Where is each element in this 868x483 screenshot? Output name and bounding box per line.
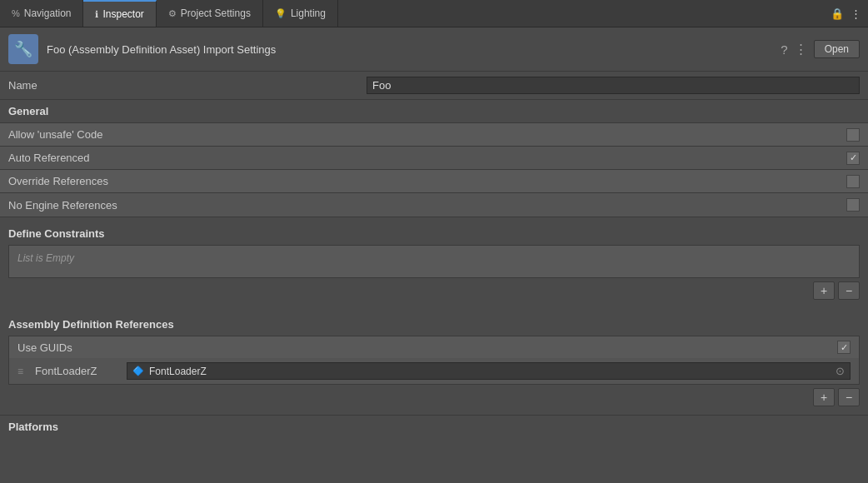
general-properties: Allow 'unsafe' Code Auto Referenced ✓ Ov… xyxy=(0,122,868,217)
auto-referenced-checkbox[interactable]: ✓ xyxy=(846,152,860,165)
reference-row-fontloaderz: ≡ FontLoaderZ 🔷 FontLoaderZ ⊙ xyxy=(8,358,860,385)
inspector-header-left: 🔧 Foo (Assembly Definition Asset) Import… xyxy=(8,34,276,64)
name-label: Name xyxy=(8,79,367,92)
project-settings-icon: ⚙ xyxy=(168,8,177,19)
no-engine-refs-label: No Engine References xyxy=(8,199,846,212)
inspector-panel: 🔧 Foo (Assembly Definition Asset) Import… xyxy=(0,27,868,483)
auto-referenced-label: Auto Referenced xyxy=(8,152,846,164)
name-row: Name xyxy=(0,72,868,100)
tab-project-settings-label: Project Settings xyxy=(181,7,251,19)
navigation-icon: % xyxy=(12,8,20,18)
tab-navigation-label: Navigation xyxy=(24,7,72,19)
inspector-content: Name General Allow 'unsafe' Code Auto Re… xyxy=(0,72,868,438)
help-icon[interactable]: ? xyxy=(781,42,787,57)
tab-lighting[interactable]: 💡 Lighting xyxy=(263,0,338,27)
inspector-icon: ℹ xyxy=(95,9,98,20)
reference-name-label: FontLoaderZ xyxy=(35,365,118,377)
inspector-header-right: ? ⋮ Open xyxy=(781,40,860,58)
tab-inspector-label: Inspector xyxy=(102,8,143,20)
tab-inspector[interactable]: ℹ Inspector xyxy=(83,0,156,27)
prop-row-override-references: Override References xyxy=(0,170,868,193)
tab-project-settings[interactable]: ⚙ Project Settings xyxy=(157,0,263,27)
reference-target-icon[interactable]: ⊙ xyxy=(836,365,845,377)
drag-handle-icon[interactable]: ≡ xyxy=(17,366,23,377)
assembly-def-refs-header: Assembly Definition References xyxy=(8,313,860,336)
use-guids-row: Use GUIDs ✓ xyxy=(8,336,860,358)
constraints-add-button[interactable]: + xyxy=(813,281,835,300)
prop-row-no-engine-refs: No Engine References xyxy=(0,193,868,217)
reference-value-text: FontLoaderZ xyxy=(149,366,831,377)
define-constraints-header: Define Constraints xyxy=(8,222,860,245)
assembly-definition-references-section: Assembly Definition References Use GUIDs… xyxy=(0,308,868,415)
inspector-title: Foo (Assembly Definition Asset) Import S… xyxy=(47,43,276,56)
reference-asset-icon: 🔷 xyxy=(132,366,144,376)
adr-remove-button[interactable]: − xyxy=(838,388,860,406)
tab-bar: % Navigation ℹ Inspector ⚙ Project Setti… xyxy=(0,0,868,27)
prop-row-auto-referenced: Auto Referenced ✓ xyxy=(0,147,868,170)
use-guids-label: Use GUIDs xyxy=(17,341,837,354)
tab-bar-controls: 🔒 ⋮ xyxy=(831,7,868,20)
name-input[interactable] xyxy=(367,77,860,94)
general-section-header: General xyxy=(0,100,868,122)
unsafe-code-label: Allow 'unsafe' Code xyxy=(8,128,846,141)
use-guids-checkbox[interactable]: ✓ xyxy=(837,341,851,354)
inspector-menu-icon[interactable]: ⋮ xyxy=(795,42,807,57)
asset-icon: 🔧 xyxy=(8,34,38,64)
adr-footer: + − xyxy=(8,385,860,410)
constraints-remove-button[interactable]: − xyxy=(838,281,860,300)
open-button[interactable]: Open xyxy=(814,40,860,58)
lock-button[interactable]: 🔒 xyxy=(831,7,844,20)
inspector-header: 🔧 Foo (Assembly Definition Asset) Import… xyxy=(0,27,868,72)
tab-navigation[interactable]: % Navigation xyxy=(0,0,83,27)
unsafe-code-checkbox[interactable] xyxy=(846,128,860,142)
override-references-label: Override References xyxy=(8,175,846,187)
override-references-checkbox[interactable] xyxy=(846,175,860,188)
constraints-list: List is Empty xyxy=(8,245,860,278)
prop-row-unsafe-code: Allow 'unsafe' Code xyxy=(0,123,868,147)
reference-input-wrap: 🔷 FontLoaderZ ⊙ xyxy=(127,362,851,380)
constraints-footer: + − xyxy=(8,278,860,303)
constraints-empty-text: List is Empty xyxy=(17,252,74,264)
tab-bar-menu-button[interactable]: ⋮ xyxy=(851,7,861,20)
define-constraints-section: Define Constraints List is Empty + − xyxy=(0,217,868,308)
no-engine-refs-checkbox[interactable] xyxy=(846,198,860,212)
lighting-icon: 💡 xyxy=(275,8,287,19)
adr-add-button[interactable]: + xyxy=(813,388,835,406)
tab-lighting-label: Lighting xyxy=(291,7,326,19)
platforms-header: Platforms xyxy=(0,415,868,438)
